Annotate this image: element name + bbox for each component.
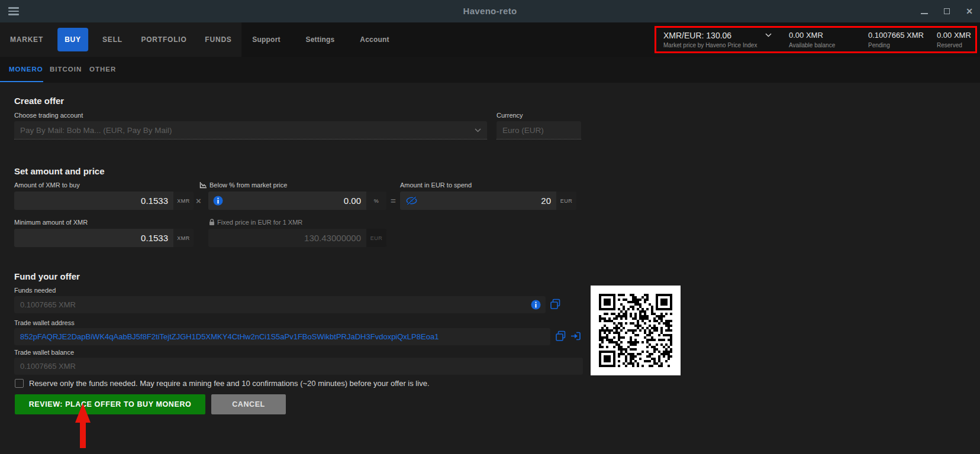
fund-offer-heading: Fund your offer <box>14 271 80 281</box>
nav-item-funds[interactable]: FUNDS <box>205 22 231 57</box>
funds-needed-field: 0.1007665 XMR <box>14 296 546 313</box>
trade-wallet-address-label: Trade wallet address <box>14 319 75 326</box>
main-nav-bar: MARKET BUY SELL PORTFOLIO FUNDS Support … <box>0 22 980 57</box>
eye-slash-icon[interactable] <box>400 196 418 205</box>
below-market-input[interactable]: 0.00 % <box>208 192 386 210</box>
copy-icon[interactable] <box>555 330 566 342</box>
trade-wallet-balance-label: Trade wallet balance <box>14 349 74 356</box>
market-price-provider-label: Market price by Haveno Price Index <box>663 42 757 48</box>
pending-balance-value: 0.1007665 XMR <box>868 31 924 40</box>
minimize-icon[interactable] <box>920 7 929 16</box>
min-amount-input[interactable]: 0.1533 XMR <box>14 229 194 247</box>
nav-item-buy[interactable]: BUY <box>57 28 88 51</box>
set-amount-heading: Set amount and price <box>14 166 105 176</box>
reserve-funds-checkbox[interactable] <box>15 379 24 388</box>
nav-item-sell[interactable]: SELL <box>102 22 122 57</box>
fixed-price-input: 130.43000000 EUR <box>208 229 386 247</box>
trade-wallet-balance-field: 0.1007665 XMR <box>14 358 583 375</box>
tab-other[interactable]: OTHER <box>89 57 116 82</box>
cancel-button[interactable]: CANCEL <box>211 394 286 414</box>
pending-balance-label: Pending <box>868 42 890 48</box>
trading-account-label: Choose trading account <box>14 112 83 119</box>
title-bar: Haveno-reto ✕ <box>0 0 980 22</box>
create-offer-content: Create offer Choose trading account Pay … <box>0 83 980 454</box>
nav-item-market[interactable]: MARKET <box>10 22 43 57</box>
trading-account-dropdown[interactable]: Pay By Mail: Bob Ma... (EUR, Pay By Mail… <box>14 121 487 140</box>
window-title: Haveno-reto <box>0 0 980 22</box>
nav-item-settings[interactable]: Settings <box>306 22 335 57</box>
annotation-arrow-icon <box>69 401 97 449</box>
amount-to-buy-input[interactable]: 0.1533 XMR <box>14 192 194 210</box>
amount-suffix: XMR <box>173 192 194 210</box>
amount-to-buy-value: 0.1533 <box>14 196 173 206</box>
nav-item-account[interactable]: Account <box>360 22 389 57</box>
market-trend-icon <box>199 181 207 189</box>
copy-icon[interactable] <box>550 299 561 310</box>
chevron-down-icon <box>475 128 487 132</box>
available-balance-value: 0.00 XMR <box>789 31 823 40</box>
min-amount-label: Minimum amount of XMR <box>14 219 88 226</box>
below-market-label: Below % from market price <box>209 181 287 189</box>
funds-needed-label: Funds needed <box>14 287 56 294</box>
reserved-balance-label: Reserved <box>937 42 962 48</box>
market-price-selector[interactable]: XMR/EUR: 130.06 <box>663 31 731 40</box>
equals-sign: = <box>391 196 396 206</box>
eur-suffix: EUR <box>556 192 576 210</box>
fixed-price-suffix: EUR <box>366 229 386 247</box>
info-icon[interactable] <box>208 196 223 206</box>
chevron-down-icon[interactable] <box>765 33 772 37</box>
reserve-funds-note: Reserve only the funds needed. May requi… <box>29 379 430 388</box>
multiply-sign: × <box>196 196 201 206</box>
fixed-price-label: Fixed price in EUR for 1 XMR <box>217 219 302 226</box>
currency-field[interactable]: Euro (EUR) <box>497 121 581 140</box>
currency-label: Currency <box>497 112 523 119</box>
maximize-icon[interactable] <box>942 7 952 16</box>
window-controls: ✕ <box>920 0 974 22</box>
market-price-balance-box: XMR/EUR: 130.06 Market price by Haveno P… <box>655 26 977 53</box>
amount-to-spend-input[interactable]: 20 EUR <box>400 192 576 210</box>
nav-item-support[interactable]: Support <box>252 22 280 57</box>
lock-icon <box>209 219 215 226</box>
open-wallet-icon[interactable] <box>570 331 581 341</box>
funds-needed-value: 0.1007665 XMR <box>14 300 531 309</box>
amount-to-spend-label: Amount in EUR to spend <box>400 181 472 189</box>
tab-bitcoin[interactable]: BITCOIN <box>50 57 82 82</box>
close-icon[interactable]: ✕ <box>965 7 974 16</box>
amount-to-spend-value: 20 <box>418 196 556 206</box>
info-icon[interactable] <box>531 300 546 310</box>
min-amount-suffix: XMR <box>173 229 194 247</box>
fixed-price-value: 130.43000000 <box>208 233 366 243</box>
active-tab-underline <box>0 81 43 82</box>
reserved-balance-value: 0.00 XMR <box>937 31 971 40</box>
below-market-value: 0.00 <box>223 196 366 206</box>
nav-item-portfolio[interactable]: PORTFOLIO <box>141 22 186 57</box>
min-amount-value: 0.1533 <box>14 233 173 243</box>
review-place-offer-button[interactable]: REVIEW: PLACE OFFER TO BUY MONERO <box>15 394 205 414</box>
amount-to-buy-label: Amount of XMR to buy <box>14 181 80 189</box>
percent-suffix: % <box>366 192 386 210</box>
trade-wallet-address-value: 852pFAQRJE2DapBiWK4qAabBJ5f8F2tiTejtZJGH… <box>14 332 550 341</box>
available-balance-label: Available balance <box>789 42 835 48</box>
market-tabs-bar: MONERO BITCOIN OTHER <box>0 57 980 83</box>
qr-code <box>591 286 681 375</box>
trading-account-value: Pay By Mail: Bob Ma... (EUR, Pay By Mail… <box>14 126 475 135</box>
create-offer-heading: Create offer <box>14 96 64 106</box>
trade-wallet-address-field[interactable]: 852pFAQRJE2DapBiWK4qAabBJ5f8F2tiTejtZJGH… <box>14 328 550 345</box>
tab-monero[interactable]: MONERO <box>9 57 43 82</box>
haveno-app-window: Haveno-reto ✕ MARKET BUY SELL PORTFOLIO … <box>0 0 980 454</box>
trade-wallet-balance-value: 0.1007665 XMR <box>14 362 583 371</box>
currency-value: Euro (EUR) <box>497 126 581 135</box>
